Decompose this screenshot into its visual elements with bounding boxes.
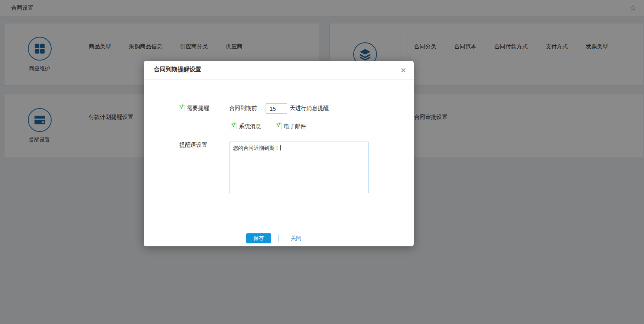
contract-expiry-reminder-dialog: 合同到期提醒设置 ✕ √ 需要提醒 合同到期前 天进行消息提醒 √ 系统消息 √… (144, 61, 414, 246)
email-label: 电子邮件 (284, 123, 306, 130)
need-reminder-label: 需要提醒 (187, 105, 209, 111)
close-icon[interactable]: ✕ (398, 65, 409, 76)
close-button[interactable]: 关闭 (290, 235, 302, 242)
reminder-message-textarea[interactable]: 您的合同近期到期！ (229, 142, 369, 193)
text-caret (280, 145, 281, 150)
check-icon: √ (180, 103, 183, 110)
days-input[interactable] (266, 103, 287, 114)
reminder-message-label: 提醒语设置 (179, 142, 207, 148)
reminder-message-text: 您的合同近期到期！ (233, 145, 280, 151)
footer-divider (144, 228, 414, 228)
days-suffix-label: 天进行消息提醒 (290, 105, 329, 111)
need-reminder-checkbox[interactable]: √ (179, 105, 185, 111)
system-message-checkbox[interactable]: √ (231, 123, 237, 129)
check-icon: √ (277, 121, 280, 129)
header-divider (144, 79, 414, 80)
days-prefix-label: 合同到期前 (229, 105, 257, 111)
button-separator (279, 234, 279, 242)
email-checkbox[interactable]: √ (276, 123, 282, 129)
check-icon: √ (232, 121, 235, 129)
save-button[interactable]: 保存 (246, 233, 271, 243)
dialog-title: 合同到期提醒设置 (154, 66, 201, 74)
system-message-label: 系统消息 (239, 123, 261, 130)
